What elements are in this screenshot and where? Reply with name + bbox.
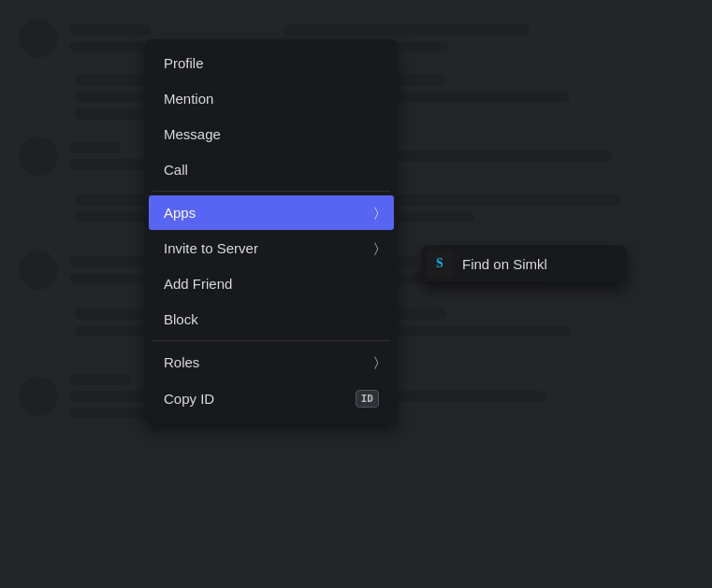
menu-item-label: Call <box>164 162 188 178</box>
menu-item-apps[interactable]: Apps 〉 <box>149 195 394 230</box>
menu-item-label: Block <box>164 311 198 327</box>
chevron-right-icon: 〉 <box>374 354 379 370</box>
id-badge: ID <box>356 390 379 408</box>
menu-item-label: Apps <box>164 205 196 221</box>
menu-item-label: Mention <box>164 91 213 107</box>
menu-divider <box>153 340 390 341</box>
menu-item-label: Invite to Server <box>164 240 258 256</box>
menu-item-label: Profile <box>164 55 204 71</box>
context-menu: Profile Mention Message Call Apps 〉 Invi… <box>145 39 398 423</box>
menu-item-copy-id[interactable]: Copy ID ID <box>149 380 394 417</box>
menu-item-roles[interactable]: Roles 〉 <box>149 345 394 380</box>
chevron-right-icon: 〉 <box>374 205 379 221</box>
menu-item-block[interactable]: Block <box>149 302 394 337</box>
menu-item-message[interactable]: Message <box>149 117 394 151</box>
menu-item-label: Add Friend <box>164 276 232 292</box>
menu-item-mention[interactable]: Mention <box>149 81 394 116</box>
menu-item-add-friend[interactable]: Add Friend <box>149 266 394 301</box>
menu-item-label: Message <box>164 126 221 142</box>
menu-item-invite-to-server[interactable]: Invite to Server 〉 <box>149 231 394 265</box>
menu-item-label: Copy ID <box>164 391 214 407</box>
menu-item-profile[interactable]: Profile <box>149 46 394 80</box>
simkl-icon: S <box>427 251 453 277</box>
menu-item-call[interactable]: Call <box>149 152 394 187</box>
menu-divider <box>153 191 390 192</box>
chevron-right-icon: 〉 <box>374 240 379 256</box>
submenu-popup[interactable]: S Find on Simkl <box>421 245 627 282</box>
submenu-label: Find on Simkl <box>462 256 547 272</box>
menu-item-label: Roles <box>164 354 199 370</box>
